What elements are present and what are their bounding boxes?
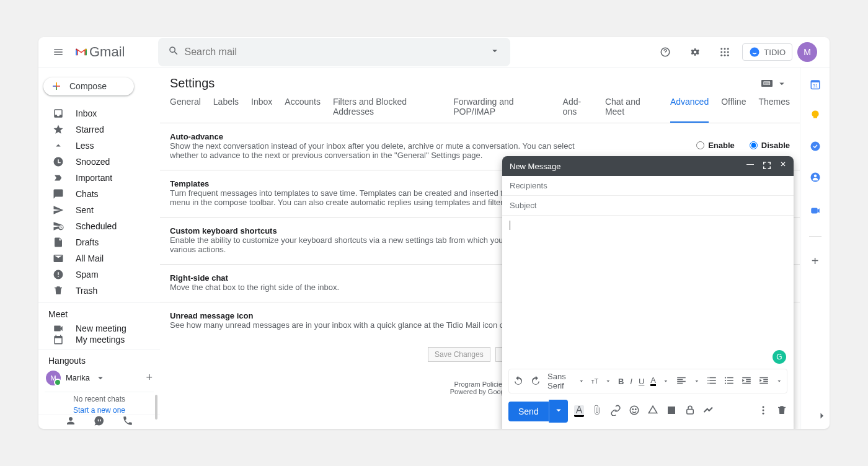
phone-icon[interactable] <box>122 415 133 429</box>
main-menu-button[interactable] <box>43 37 73 67</box>
numbered-list-button[interactable] <box>706 375 717 388</box>
input-tools-button[interactable]: ⌨ <box>761 78 787 89</box>
tab-labels[interactable]: Labels <box>213 97 239 123</box>
image-button[interactable] <box>666 405 677 418</box>
nav-inbox[interactable]: Inbox <box>38 105 160 121</box>
italic-button[interactable]: I <box>630 377 632 386</box>
chevron-down-icon[interactable] <box>662 376 670 387</box>
send-button[interactable]: Send <box>508 402 549 421</box>
link-button[interactable] <box>610 405 621 418</box>
gmail-logo[interactable]: Gmail <box>76 44 125 60</box>
nav-allmail[interactable]: All Mail <box>38 250 160 266</box>
font-size-button[interactable]: тT <box>591 377 599 385</box>
nav-new-meeting[interactable]: New meeting <box>38 323 160 334</box>
contacts-addon[interactable] <box>810 172 821 185</box>
undo-button[interactable] <box>513 375 524 388</box>
compose-header[interactable]: New Message — ✕ <box>502 156 794 176</box>
redo-button[interactable] <box>530 375 541 388</box>
confidential-button[interactable] <box>684 405 696 418</box>
settings-tabs: General Labels Inbox Accounts Filters an… <box>160 94 800 123</box>
tab-filters[interactable]: Filters and Blocked Addresses <box>333 97 441 123</box>
compose-label: Compose <box>69 81 107 91</box>
nav-chats[interactable]: Chats <box>38 186 160 202</box>
tab-advanced[interactable]: Advanced <box>670 97 709 123</box>
person-icon[interactable] <box>65 415 76 429</box>
tab-offline[interactable]: Offline <box>721 97 746 123</box>
drive-button[interactable] <box>647 405 658 418</box>
hangouts-user[interactable]: M Marika + <box>38 369 160 389</box>
settings-button[interactable] <box>683 40 707 64</box>
indent-less-button[interactable] <box>741 375 752 388</box>
scrollbar[interactable] <box>155 395 157 420</box>
subject-field[interactable]: Subject <box>502 196 794 216</box>
font-selector[interactable]: Sans Serif <box>547 372 572 390</box>
nav-drafts[interactable]: Drafts <box>38 234 160 250</box>
signature-button[interactable] <box>703 405 714 418</box>
compose-button[interactable]: Compose <box>43 77 134 95</box>
emoji-button[interactable] <box>629 405 640 418</box>
chevron-down-icon[interactable] <box>693 376 701 387</box>
star-icon <box>52 124 64 135</box>
nav-spam[interactable]: Spam <box>38 266 160 283</box>
formatting-button[interactable]: A <box>574 405 585 417</box>
search-bar[interactable] <box>158 38 510 66</box>
nav-starred[interactable]: Starred <box>38 121 160 138</box>
apps-button[interactable] <box>712 40 737 64</box>
nav-trash[interactable]: Trash <box>38 283 160 299</box>
chevron-down-icon[interactable] <box>776 376 783 387</box>
start-chat-link[interactable]: Start a new one <box>38 406 160 415</box>
send-options-button[interactable] <box>549 400 568 423</box>
inbox-icon <box>52 108 64 119</box>
tidio-chip[interactable]: TIDIO <box>742 43 792 61</box>
chevron-down-icon[interactable] <box>578 376 585 387</box>
align-button[interactable] <box>676 375 687 388</box>
auto-advance-enable[interactable]: Enable <box>696 141 735 150</box>
compose-body[interactable]: G <box>502 216 794 369</box>
more-options-button[interactable] <box>758 405 769 418</box>
nav-scheduled[interactable]: Scheduled <box>38 218 160 234</box>
minimize-button[interactable]: — <box>746 160 754 173</box>
attach-button[interactable] <box>591 405 603 418</box>
side-panel-toggle[interactable] <box>816 410 827 424</box>
hangouts-icon[interactable] <box>94 415 105 429</box>
text-color-button[interactable]: A <box>650 377 656 386</box>
tab-addons[interactable]: Add-ons <box>563 97 593 123</box>
help-button[interactable] <box>653 40 678 64</box>
keep-icon <box>810 110 821 121</box>
tab-themes[interactable]: Themes <box>758 97 790 123</box>
underline-button[interactable]: U <box>639 377 644 386</box>
bold-button[interactable]: B <box>618 377 624 386</box>
tab-general[interactable]: General <box>170 97 201 123</box>
close-button[interactable]: ✕ <box>780 160 786 173</box>
tab-forwarding[interactable]: Forwarding and POP/IMAP <box>453 97 550 123</box>
add-hangout-button[interactable]: + <box>146 371 153 384</box>
chevron-down-icon[interactable] <box>604 376 612 387</box>
indent-more-button[interactable] <box>758 375 769 388</box>
nav-snoozed[interactable]: Snoozed <box>38 154 160 170</box>
nav-my-meetings[interactable]: My meetings <box>38 334 160 345</box>
nav-less[interactable]: Less <box>38 138 160 154</box>
tab-accounts[interactable]: Accounts <box>285 97 321 123</box>
save-changes-button[interactable]: Save Changes <box>428 347 490 362</box>
bulleted-list-button[interactable] <box>724 375 735 388</box>
auto-advance-disable[interactable]: Disable <box>750 141 790 150</box>
tasks-addon[interactable] <box>810 141 821 154</box>
grammarly-icon[interactable]: G <box>773 350 786 364</box>
svg-point-19 <box>810 142 820 151</box>
get-addons-button[interactable]: + <box>812 254 819 268</box>
nav-important[interactable]: Important <box>38 170 160 186</box>
svg-point-4 <box>724 48 726 50</box>
discard-button[interactable] <box>776 405 787 418</box>
user-avatar[interactable]: M <box>797 42 817 62</box>
nav-sent[interactable]: Sent <box>38 202 160 218</box>
recipients-field[interactable]: Recipients <box>502 176 794 196</box>
search-input[interactable] <box>184 46 484 58</box>
fullscreen-button[interactable] <box>761 160 773 173</box>
calendar-addon[interactable]: 31 <box>810 79 821 92</box>
app-name: Gmail <box>89 44 125 60</box>
search-options-button[interactable] <box>484 45 505 59</box>
keep-addon[interactable] <box>810 110 821 123</box>
tab-inbox[interactable]: Inbox <box>251 97 272 123</box>
meet-addon[interactable] <box>810 205 821 219</box>
tab-chat[interactable]: Chat and Meet <box>605 97 658 123</box>
